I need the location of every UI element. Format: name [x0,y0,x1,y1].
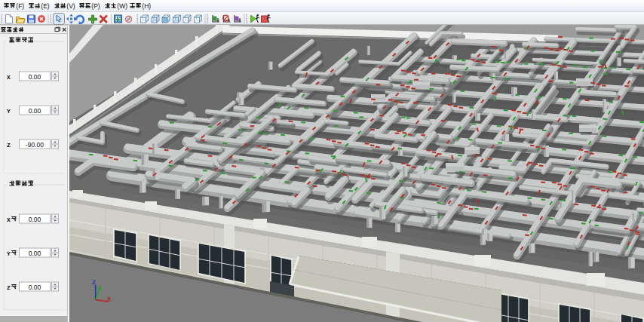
svg-text:X: X [107,296,112,302]
svg-text:(H): (H) [142,2,151,10]
svg-text:0.00: 0.00 [29,73,41,81]
svg-text:Z: Z [92,279,96,286]
svg-text:Y: Y [7,250,11,257]
svg-text:(W): (W) [117,2,127,10]
svg-text:(F): (F) [16,2,24,10]
svg-text:0.00: 0.00 [29,107,41,115]
svg-text:0.00: 0.00 [29,284,41,291]
svg-text:(V): (V) [66,2,75,10]
svg-text:(E): (E) [41,2,50,10]
svg-text:Y: Y [7,108,11,115]
svg-text:X: X [7,216,11,223]
svg-text:Z: Z [7,142,11,149]
svg-text:X: X [7,74,11,81]
svg-text:-90.00: -90.00 [26,141,44,149]
svg-text:0.00: 0.00 [29,216,41,223]
svg-text:0.00: 0.00 [29,250,41,257]
svg-text:(P): (P) [91,2,100,10]
svg-text:Z: Z [7,284,11,291]
